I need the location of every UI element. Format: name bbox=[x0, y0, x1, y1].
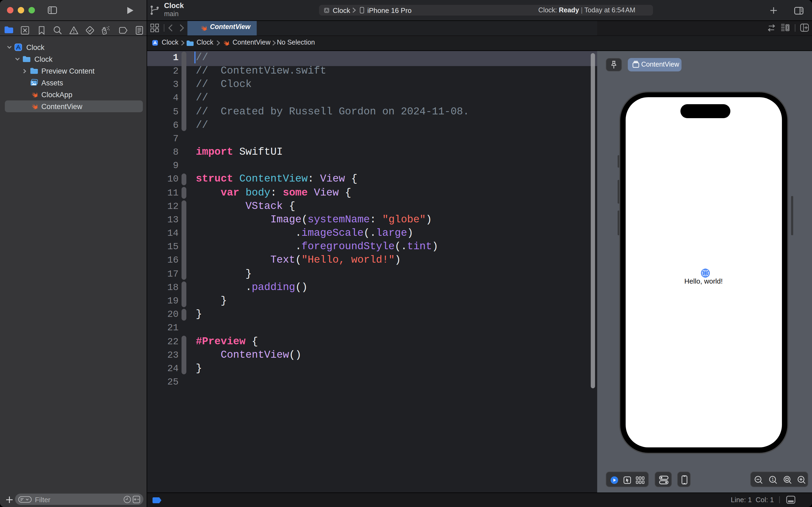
svg-text:1: 1 bbox=[771, 477, 773, 482]
